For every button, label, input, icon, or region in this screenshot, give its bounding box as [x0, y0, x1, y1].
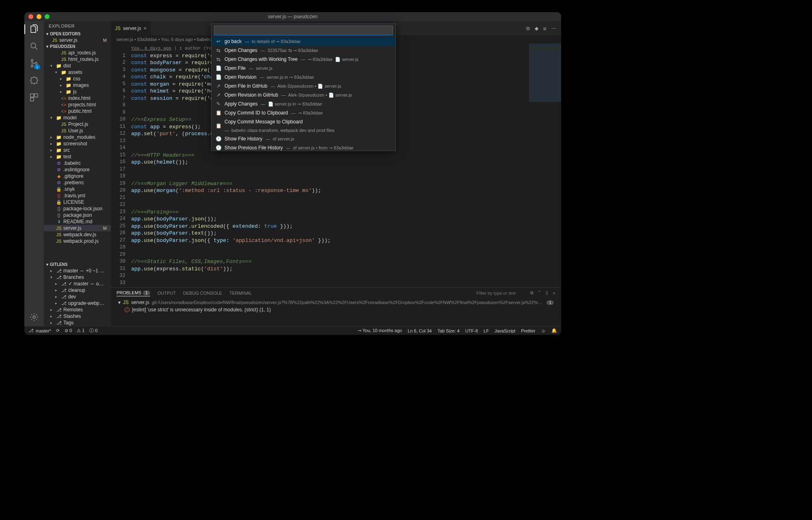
panel-tabs: PROBLEMS1 OUTPUT DEBUG CONSOLE TERMINAL … [111, 288, 561, 298]
svg-point-3 [35, 63, 37, 65]
gitlens-item[interactable]: ▸⎇Stashes [44, 313, 111, 319]
file-tree-item[interactable]: ⬇README.md [44, 218, 111, 225]
palette-item[interactable]: ⇆Open Changes with Working Tree— ⊸ 83a3d… [212, 55, 395, 64]
palette-item[interactable]: 📋Copy Commit Message to Clipboard— babel… [212, 117, 395, 134]
status-position[interactable]: Ln 6, Col 34 [408, 328, 432, 333]
status-sync[interactable]: ⟳ [56, 328, 60, 333]
status-feedback-icon[interactable]: ☺ [541, 328, 546, 333]
split-editor-icon[interactable]: ⧉ [526, 26, 530, 31]
file-tree-item[interactable]: 🔒.snyk [44, 186, 111, 192]
source-control-icon[interactable]: 1 [29, 58, 39, 68]
status-formatter[interactable]: Prettier [521, 328, 535, 333]
project-section[interactable]: ▾PSEUDOZEN [44, 43, 111, 50]
terminal-tab[interactable]: TERMINAL [229, 290, 252, 296]
status-encoding[interactable]: UTF-8 [465, 328, 478, 333]
preview-icon[interactable]: ⧈ [543, 26, 546, 31]
status-blame[interactable]: ⊸ You, 10 months ago [358, 328, 402, 333]
file-tree-item[interactable]: ▾📁assets [44, 69, 111, 76]
file-tree-item[interactable]: JSserver.jsM [44, 225, 111, 231]
search-icon[interactable] [29, 41, 39, 51]
file-tree-item[interactable]: ▸📁node_modules [44, 134, 111, 140]
palette-item[interactable]: 📄Open Revision— server.js in ⊸ 83a3ddae [212, 73, 395, 82]
status-warnings[interactable]: ⚠ 1 [77, 328, 84, 333]
debug-icon[interactable] [29, 76, 39, 85]
file-tree-item[interactable]: ▾📁model [44, 114, 111, 121]
file-tree-item[interactable]: ▾📁dist [44, 63, 111, 69]
file-tree-item[interactable]: JSUser.js [44, 127, 111, 134]
svg-point-4 [31, 77, 37, 84]
gitlens-section[interactable]: ▾GITLENS [44, 261, 111, 268]
file-tree-item[interactable]: ▸📁images [44, 82, 111, 88]
palette-item[interactable]: 📋Copy Commit ID to Clipboard— ⊸ 83a3ddae [212, 108, 395, 117]
close-panel-icon[interactable]: × [553, 291, 555, 296]
gitlens-item[interactable]: ▾⎇Branches [44, 274, 111, 280]
file-tree-item[interactable]: ⚙.eslintignore [44, 166, 111, 173]
open-editor-item[interactable]: JS server.js M [44, 37, 111, 43]
explorer-icon[interactable] [29, 24, 39, 34]
minimize-window-button[interactable] [37, 14, 41, 19]
file-tree-item[interactable]: ▸📁screenshot [44, 140, 111, 147]
chevron-up-icon[interactable]: ˄ [538, 290, 541, 296]
file-tree-item[interactable]: <>public.html [44, 108, 111, 114]
gitlens-item[interactable]: ▸⎇upgrade-webp… [44, 300, 111, 306]
status-bell-icon[interactable]: 🔔 [551, 328, 557, 333]
file-tree-item[interactable]: ▸📁js [44, 88, 111, 95]
close-window-button[interactable] [28, 14, 33, 19]
open-editors-section[interactable]: ▾OPEN EDITORS [44, 31, 111, 37]
status-language[interactable]: JavaScript [495, 328, 515, 333]
status-branch[interactable]: ⎇master* [28, 328, 51, 333]
palette-item[interactable]: 🕘Show Previous File History— of server.j… [212, 143, 395, 151]
file-tree-item[interactable]: ◆.gitignore [44, 173, 111, 179]
palette-item[interactable]: ↗Open File in GitHub— Alek-S/pseudozen •… [212, 82, 395, 91]
minimap[interactable] [529, 43, 561, 287]
editor-tab[interactable]: JS server.js × [111, 21, 151, 35]
status-eol[interactable]: LF [484, 328, 489, 333]
palette-item[interactable]: 📄Open File— server.js [212, 64, 395, 73]
palette-item[interactable]: ↗Open Revision in GitHub— Alek-S/pseudoz… [212, 91, 395, 99]
panel-filter-input[interactable] [477, 291, 525, 296]
more-actions-icon[interactable]: ⋯ [551, 26, 556, 31]
gitlens-item[interactable]: ▸⎇Tags [44, 319, 111, 326]
settings-icon[interactable] [29, 312, 39, 322]
file-tree-item[interactable]: JSapi_routes.js [44, 50, 111, 56]
gitlens-item[interactable]: ▸⎇cleanup [44, 287, 111, 293]
palette-item[interactable]: ✎Apply Changes— 📄 server.js in ⊸ 83a3dda… [212, 99, 395, 108]
file-tree-item[interactable]: JShtml_routes.js [44, 56, 111, 63]
file-tree-item[interactable]: JSwebpack.dev.js [44, 231, 111, 238]
file-tree-item[interactable]: ▸📁src [44, 147, 111, 153]
gitlens-item[interactable]: ▸⎇master ↔ +0 ~1 … [44, 268, 111, 274]
file-tree-item[interactable]: JSwebpack.prod.js [44, 238, 111, 244]
palette-item[interactable]: 🕘Show File History— of server.js [212, 134, 395, 143]
file-tree-item[interactable]: {}package-lock.json [44, 205, 111, 212]
zoom-window-button[interactable] [45, 14, 50, 19]
file-tree-item[interactable]: <>projects.html [44, 101, 111, 108]
output-tab[interactable]: OUTPUT [158, 290, 176, 296]
gitlens-item[interactable]: ▸⎇dev [44, 293, 111, 300]
status-errors[interactable]: ⊘ 0 [65, 328, 72, 333]
file-tree-item[interactable]: ⚙.prettierrc [44, 179, 111, 186]
palette-input[interactable] [214, 26, 393, 35]
debug-console-tab[interactable]: DEBUG CONSOLE [183, 290, 222, 296]
status-info[interactable]: ⓘ 0 [89, 328, 97, 334]
gitlens-item[interactable]: ▸⎇Remotes [44, 306, 111, 313]
panel-layout-icon[interactable]: ▯ [546, 290, 548, 296]
collapse-all-icon[interactable]: ⧉ [530, 290, 533, 296]
gitlens-item[interactable]: ▸⎇✓ master ↔ o… [44, 280, 111, 287]
file-tree-item[interactable]: {}package.json [44, 212, 111, 218]
file-tree-item[interactable]: <>index.html [44, 95, 111, 101]
close-tab-icon[interactable]: × [144, 26, 147, 31]
palette-item[interactable]: ↩go back— to details of ⊸ 83a3ddae [212, 37, 395, 46]
palette-item[interactable]: ⇆Open Changes— 323575ac ⇆ ⊸ 83a3ddae [212, 46, 395, 55]
problem-file-row[interactable]: ▾ JS server.js git:/Users/noradbase/Drop… [117, 299, 555, 306]
compare-icon[interactable]: ◆ [535, 26, 538, 31]
file-tree-item[interactable]: ⚙.babelrc [44, 160, 111, 166]
file-tree-item[interactable]: JSProject.js [44, 121, 111, 127]
file-tree-item[interactable]: ▸📁css [44, 76, 111, 82]
file-tree-item[interactable]: ▸📁test [44, 153, 111, 160]
file-tree-item[interactable]: 🔒LICENSE [44, 199, 111, 205]
status-tabsize[interactable]: Tab Size: 4 [438, 328, 460, 333]
file-tree-item[interactable]: {}.travis.yml [44, 192, 111, 199]
problem-item[interactable]: ! [eslint] 'use strict' is unnecessary i… [117, 306, 555, 313]
extensions-icon[interactable] [29, 93, 39, 102]
problems-tab[interactable]: PROBLEMS1 [117, 289, 150, 296]
